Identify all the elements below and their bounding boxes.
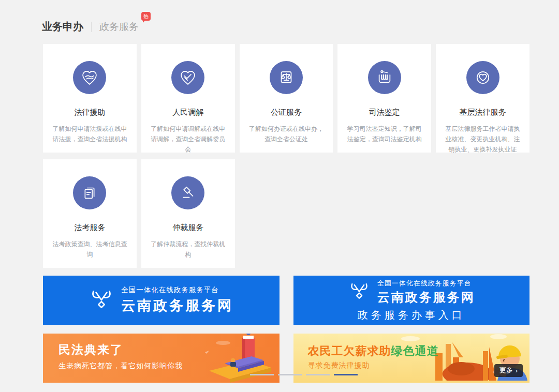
service-card-arbitration[interactable]: 仲裁服务 了解仲裁流程，查找仲裁机构 <box>141 159 235 268</box>
migrant-worker-subtitle: 寻求免费法律援助 <box>308 361 370 370</box>
card-desc: 法考政策查询、法考信息查询 <box>50 239 130 260</box>
legal-aid-icon <box>73 61 106 94</box>
gov-portal-tagline: 全国一体化在线政务服务平台 <box>121 285 233 295</box>
section-tabs: 业务申办 政务服务 热 <box>42 20 139 34</box>
more-button[interactable]: 更多› <box>494 364 523 377</box>
service-card-notary[interactable]: 公证服务 了解如何办证或在线申办，查询全省公证处 <box>240 44 333 153</box>
migrant-worker-title-highlight: 绿色通道 <box>391 344 439 357</box>
tab-business-apply[interactable]: 业务申办 <box>42 20 83 34</box>
civil-code-subtitle: 生老病死它都管，看它如何影响你我 <box>58 361 183 371</box>
card-title: 人民调解 <box>141 108 235 117</box>
banner-gov-service-entry[interactable]: 全国一体化在线政务服务平台 云南政务服务网 政务服务办事入口 <box>293 276 530 325</box>
banner-yunnan-gov-portal[interactable]: 全国一体化在线政务服务平台 云南政务服务网 <box>43 276 280 325</box>
service-card-legal-aid[interactable]: 法律援助 了解如何申请法援或在线申请法援，查询全省法援机构 <box>43 44 137 153</box>
tab-divider <box>91 22 92 32</box>
gov-portal-tagline: 全国一体化在线政务服务平台 <box>377 279 475 288</box>
card-title: 法律援助 <box>43 108 137 117</box>
card-title: 法考服务 <box>43 223 137 233</box>
card-title: 公证服务 <box>240 108 333 117</box>
gov-portal-title: 云南政务服务网 <box>377 289 475 306</box>
main-content: 业务申办 政务服务 热 法律援助 了解如何申请法援或在线申请法援，查询全省法援机… <box>43 0 529 392</box>
yunnan-gov-logo-icon <box>348 280 371 305</box>
carousel-dash-3[interactable] <box>306 374 330 375</box>
gov-service-entry-subtitle: 政务服务办事入口 <box>358 308 465 322</box>
card-desc: 了解如何申请法援或在线申请法援，查询全省法援机构 <box>50 124 130 144</box>
migrant-worker-title-main: 农民工欠薪求助 <box>308 344 391 357</box>
civil-code-title: 民法典来了 <box>58 342 123 358</box>
notary-scales-icon <box>270 61 303 94</box>
carousel-dash-1[interactable] <box>250 374 274 375</box>
carousel-dash-4-active[interactable] <box>334 374 358 375</box>
banner-civil-code[interactable]: 民法典来了 生老病死它都管，看它如何影响你我 <box>43 334 280 383</box>
card-desc: 基层法律服务工作者申请执业核准、变更执业机构、注销执业、更换补发执业证 <box>443 124 523 155</box>
grassroots-heart-icon <box>466 61 499 94</box>
card-desc: 学习司法鉴定知识，了解司法鉴定，查询司法鉴定机构 <box>344 124 424 144</box>
arbitration-gavel-icon <box>171 176 204 209</box>
judicial-appraisal-icon <box>368 61 401 94</box>
banner-grid: 全国一体化在线政务服务平台 云南政务服务网 <box>43 276 529 383</box>
mediation-handshake-icon <box>171 61 204 94</box>
hot-badge: 热 <box>141 12 151 21</box>
card-desc: 了解如何申请调解或在线申请调解，查询全省调解委员会 <box>148 124 228 155</box>
card-title: 仲裁服务 <box>141 223 235 233</box>
yunnan-gov-logo-icon <box>89 287 114 314</box>
service-card-grid: 法律援助 了解如何申请法援或在线申请法援，查询全省法援机构 人民调解 了解如何申… <box>43 44 529 268</box>
service-card-grassroots-legal[interactable]: 基层法律服务 基层法律服务工作者申请执业核准、变更执业机构、注销执业、更换补发执… <box>436 44 529 153</box>
service-card-law-exam[interactable]: 法考服务 法考政策查询、法考信息查询 <box>43 159 137 268</box>
carousel-dash-2[interactable] <box>278 374 302 375</box>
tab-gov-services[interactable]: 政务服务 热 <box>99 20 139 34</box>
card-title: 基层法律服务 <box>436 108 529 117</box>
card-desc: 了解仲裁流程，查找仲裁机构 <box>148 239 228 260</box>
chevron-right-icon: › <box>516 367 518 374</box>
more-button-label: 更多 <box>499 366 513 375</box>
card-desc: 了解如何办证或在线申办，查询全省公证处 <box>246 124 327 144</box>
service-card-mediation[interactable]: 人民调解 了解如何申请调解或在线申请调解，查询全省调解委员会 <box>141 44 235 153</box>
tab-gov-services-label: 政务服务 <box>99 21 139 32</box>
carousel-pagination <box>250 374 358 375</box>
card-title: 司法鉴定 <box>337 108 431 117</box>
service-card-judicial-appraisal[interactable]: 司法鉴定 学习司法鉴定知识，了解司法鉴定，查询司法鉴定机构 <box>337 44 431 153</box>
gov-portal-title: 云南政务服务网 <box>121 296 233 315</box>
law-exam-documents-icon <box>73 176 106 209</box>
migrant-worker-title: 农民工欠薪求助绿色通道 <box>308 343 439 359</box>
